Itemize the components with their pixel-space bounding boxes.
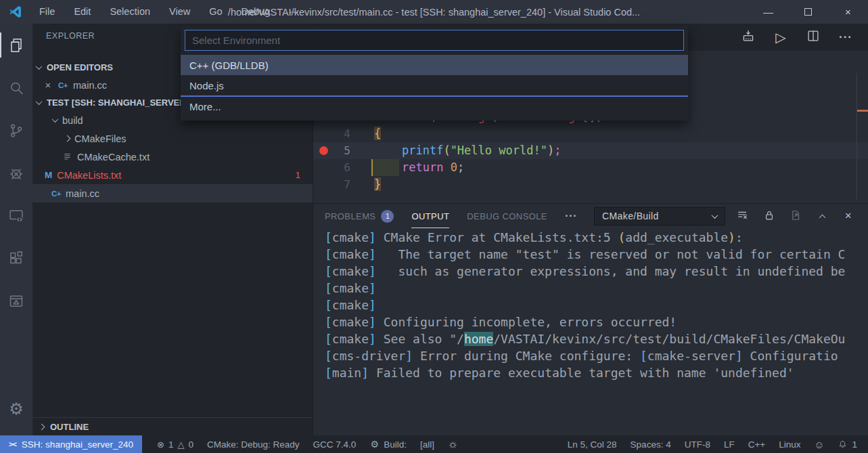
open-in-editor-button[interactable] bbox=[789, 209, 802, 224]
minimize-button[interactable]: — bbox=[748, 0, 788, 24]
install-button[interactable] bbox=[741, 28, 756, 46]
output-segment: [ bbox=[325, 332, 332, 346]
output-segment: cmake bbox=[332, 315, 369, 329]
outline-section-header[interactable]: OUTLINE bbox=[32, 417, 313, 435]
activity-debug[interactable] bbox=[0, 152, 32, 194]
tree-item-label: main.cc bbox=[66, 188, 99, 199]
tree-item-label: build bbox=[62, 115, 83, 126]
bell-icon bbox=[838, 439, 848, 450]
status-encoding[interactable]: UTF-8 bbox=[678, 439, 717, 450]
output-segment: home bbox=[464, 332, 493, 346]
status-feedback[interactable]: ☺ bbox=[807, 439, 831, 450]
more-actions-button[interactable]: ··· bbox=[838, 30, 853, 45]
gear-icon: ⚙ bbox=[369, 439, 380, 450]
tree-row[interactable]: CMakeCache.txt bbox=[32, 148, 313, 166]
tree-row[interactable]: C+main.cc bbox=[32, 184, 313, 202]
run-icon: ▷ bbox=[773, 30, 788, 45]
output-segment: The target name "test" is reserved or no… bbox=[376, 247, 846, 261]
status-cmake-status[interactable]: CMake: Debug: Ready bbox=[200, 435, 306, 453]
activity-cmake-test[interactable] bbox=[0, 280, 32, 322]
cpp-file-icon: C+ bbox=[58, 81, 68, 89]
quick-pick-item[interactable]: Node.js bbox=[181, 75, 688, 95]
output-line: [cmake] See also "/home/VASTAI/kevinx/sr… bbox=[325, 330, 868, 347]
activity-search[interactable] bbox=[0, 66, 32, 109]
status-bar: ><SSH: shanghai_server_240⊗1△0CMake: Deb… bbox=[0, 435, 868, 453]
quick-pick-item[interactable]: More... bbox=[181, 95, 688, 116]
activity-remote-explorer[interactable] bbox=[0, 194, 32, 237]
output-segment: ] bbox=[369, 298, 376, 312]
quick-pick-item[interactable]: C++ (GDB/LLDB) bbox=[181, 55, 688, 75]
output-segment: ] bbox=[735, 349, 743, 363]
output-line: [cmake] The target name "test" is reserv… bbox=[325, 246, 868, 263]
panel-tabs-overflow[interactable]: ··· bbox=[565, 209, 577, 223]
title-bar: FileEditSelectionViewGoDebug··· /home/VA… bbox=[0, 0, 868, 24]
bug-icon bbox=[448, 439, 458, 450]
output-segment: [ bbox=[325, 298, 332, 312]
status-language[interactable]: C++ bbox=[741, 439, 773, 450]
output-segment: See also "/ bbox=[376, 332, 464, 346]
output-segment: ] bbox=[369, 315, 376, 329]
problems-count-badge: 1 bbox=[295, 170, 300, 180]
close-button[interactable]: × bbox=[828, 0, 868, 24]
panel-tab-output[interactable]: OUTPUT bbox=[411, 204, 449, 228]
activity-manage[interactable]: ⚙ bbox=[0, 387, 32, 430]
output-segment: [ bbox=[325, 349, 332, 363]
status-cursor-position[interactable]: Ln 5, Col 28 bbox=[561, 439, 624, 450]
status-debug-target[interactable] bbox=[441, 435, 465, 453]
status-indentation[interactable]: Spaces: 4 bbox=[624, 439, 678, 450]
scroll-lock-icon bbox=[762, 209, 776, 222]
scroll-lock-button[interactable] bbox=[762, 209, 776, 224]
code-token: printf bbox=[402, 144, 443, 157]
tree-row[interactable]: MCMakeLists.txt1 bbox=[32, 166, 313, 184]
output-segment: ] bbox=[369, 247, 376, 261]
output-channel-select[interactable]: CMake/Build bbox=[594, 207, 725, 225]
open-in-editor-icon bbox=[789, 209, 802, 222]
status-build-target[interactable]: [all] bbox=[413, 435, 441, 453]
maximize-panel-icon bbox=[815, 209, 829, 223]
output-console: [cmake] CMake Error at CMakeLists.txt:5 … bbox=[313, 229, 868, 435]
chevron-down-icon bbox=[36, 98, 43, 105]
menu-edit[interactable]: Edit bbox=[64, 0, 100, 24]
output-line: [cmake] bbox=[325, 297, 868, 314]
status-os[interactable]: Linux bbox=[772, 439, 807, 450]
vscode-logo-icon bbox=[9, 5, 23, 19]
close-panel-button[interactable]: × bbox=[842, 209, 855, 223]
output-segment: cmake bbox=[332, 298, 369, 312]
run-button[interactable]: ▷ bbox=[773, 30, 788, 45]
panel-tab-debug-console[interactable]: DEBUG CONSOLE bbox=[467, 204, 547, 228]
code-token: 0 bbox=[451, 160, 457, 174]
close-icon[interactable]: × bbox=[43, 79, 53, 91]
code-lines: 3int main(int argc, char * argv[])4{5 pr… bbox=[313, 108, 868, 193]
output-segment: Error during CMake configure: bbox=[413, 349, 640, 363]
activity-extensions[interactable] bbox=[0, 237, 32, 280]
status-problems[interactable]: ⊗1△0 bbox=[150, 435, 200, 453]
chevron-down-icon bbox=[712, 212, 718, 219]
panel-tab-problems[interactable]: PROBLEMS1 bbox=[325, 204, 394, 228]
output-line: [cmake] such as generator expressions, a… bbox=[325, 263, 868, 280]
code-token bbox=[374, 160, 402, 174]
status-eol[interactable]: LF bbox=[717, 439, 741, 450]
status-remote[interactable]: ><SSH: shanghai_server_240 bbox=[0, 435, 142, 453]
status-compiler[interactable]: GCC 7.4.0 bbox=[306, 435, 363, 453]
tree-row[interactable]: CMakeFiles bbox=[32, 129, 313, 148]
quick-pick-input[interactable] bbox=[185, 30, 684, 51]
split-editor-button[interactable] bbox=[806, 28, 821, 46]
status-notifications[interactable]: 1 bbox=[831, 439, 864, 450]
activity-source-control[interactable] bbox=[0, 109, 32, 152]
overview-ruler-marker bbox=[857, 110, 868, 112]
code-token: { bbox=[374, 127, 381, 140]
maximize-panel-button[interactable] bbox=[815, 209, 829, 223]
tree-item-label: CMakeFiles bbox=[74, 133, 127, 144]
menu-file[interactable]: File bbox=[30, 0, 64, 24]
output-segment: main bbox=[332, 366, 361, 380]
status-build[interactable]: ⚙Build: bbox=[363, 435, 413, 453]
menu-go[interactable]: Go bbox=[200, 0, 231, 24]
code-token: ) bbox=[547, 144, 554, 157]
output-segment: [ bbox=[325, 315, 332, 329]
menu-view[interactable]: View bbox=[160, 0, 200, 24]
clear-output-button[interactable] bbox=[736, 209, 750, 224]
activity-explorer[interactable] bbox=[0, 24, 32, 66]
problems-badge: 1 bbox=[381, 210, 394, 223]
maximize-button[interactable] bbox=[788, 0, 828, 24]
menu-selection[interactable]: Selection bbox=[100, 0, 160, 24]
